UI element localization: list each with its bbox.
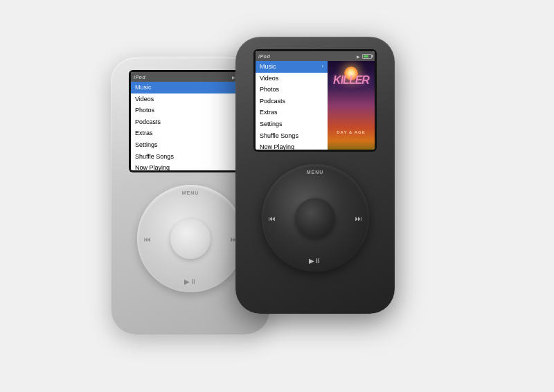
silver-menu-item-extras-label: Extras xyxy=(135,129,153,138)
black-menu-item-extras[interactable]: Extras xyxy=(256,107,328,118)
silver-prev-button[interactable]: ⏮ xyxy=(144,235,151,242)
silver-menu-list: Music › Videos Photos Podcasts Extras xyxy=(131,82,250,170)
silver-menu-item-photos[interactable]: Photos xyxy=(131,105,250,116)
scene: iPod ▶ Music › Videos xyxy=(69,16,485,376)
silver-menu-item-videos[interactable]: Videos xyxy=(131,93,250,105)
black-playpause-button[interactable]: ▶⏸ xyxy=(309,257,321,265)
silver-menu-item-settings[interactable]: Settings xyxy=(131,139,250,151)
album-art-container: KILLER DAY & AGE xyxy=(328,61,375,150)
black-menu-item-photos[interactable]: Photos xyxy=(256,84,328,96)
silver-menu-item-music-label: Music xyxy=(135,83,152,92)
silver-wheel-outer[interactable]: MENU ⏮ ⏭ ▶⏸ xyxy=(137,185,244,292)
silver-menu-item-nowplaying[interactable]: Now Playing xyxy=(131,162,250,170)
black-wheel-area[interactable]: MENU ⏮ ⏭ ▶⏸ xyxy=(262,164,369,271)
black-menu-item-nowplaying-label: Now Playing xyxy=(260,143,294,150)
black-chevron-music: › xyxy=(322,63,323,70)
black-menu-list: Music › Videos Photos Podcasts xyxy=(256,61,328,150)
ipod-black: iPod ▶ Music › xyxy=(235,37,395,314)
album-art-canvas: KILLER DAY & AGE xyxy=(328,61,375,150)
black-battery-icon xyxy=(362,54,372,59)
black-screen-header: iPod ▶ xyxy=(256,51,375,61)
black-menu-item-videos[interactable]: Videos xyxy=(256,73,328,84)
black-prev-button[interactable]: ⏮ xyxy=(269,214,276,222)
black-menu-item-settings[interactable]: Settings xyxy=(256,118,328,130)
black-menu-item-settings-label: Settings xyxy=(260,120,283,129)
black-menu-item-shuffle-label: Shuffle Songs xyxy=(260,132,298,141)
black-header-icons: ▶ xyxy=(357,54,372,59)
silver-wheel-area[interactable]: MENU ⏮ ⏭ ▶⏸ xyxy=(137,185,244,292)
silver-menu-label[interactable]: MENU xyxy=(182,190,199,195)
silver-menu-item-photos-label: Photos xyxy=(135,106,154,115)
silver-ipod-logo: iPod xyxy=(134,75,145,80)
black-wheel-center[interactable] xyxy=(295,198,335,238)
black-screen-main: Music › Videos Photos Podcasts xyxy=(256,61,375,150)
black-ipod-logo: iPod xyxy=(258,54,270,59)
black-battery-fill xyxy=(364,55,368,57)
black-menu-item-extras-label: Extras xyxy=(260,108,278,117)
black-menu-item-music-label: Music xyxy=(260,62,276,71)
silver-menu-item-nowplaying-label: Now Playing xyxy=(135,163,170,170)
silver-screen: iPod ▶ Music › Videos xyxy=(131,72,250,170)
black-screen-bezel: iPod ▶ Music › xyxy=(253,49,377,152)
silver-menu-item-extras[interactable]: Extras xyxy=(131,127,250,139)
album-art-artist: KILLER xyxy=(330,75,372,86)
black-menu-item-videos-label: Videos xyxy=(260,74,278,83)
silver-screen-header: iPod ▶ xyxy=(131,72,250,82)
silver-menu-item-music[interactable]: Music › xyxy=(131,82,250,93)
album-art-title: DAY & AGE xyxy=(328,130,375,134)
black-screen: iPod ▶ Music › xyxy=(256,51,375,150)
silver-menu-item-podcasts[interactable]: Podcasts xyxy=(131,116,250,128)
black-menu-label[interactable]: MENU xyxy=(307,170,324,175)
black-menu-item-podcasts-label: Podcasts xyxy=(260,97,285,106)
black-play-status-icon: ▶ xyxy=(357,54,360,59)
silver-menu-item-shuffle[interactable]: Shuffle Songs xyxy=(131,151,250,163)
silver-menu-item-podcasts-label: Podcasts xyxy=(135,118,161,127)
black-menu-item-podcasts[interactable]: Podcasts xyxy=(256,96,328,107)
black-menu-item-photos-label: Photos xyxy=(260,85,279,94)
black-wheel-outer[interactable]: MENU ⏮ ⏭ ▶⏸ xyxy=(262,164,369,271)
silver-menu-item-videos-label: Videos xyxy=(135,95,154,104)
silver-menu-item-settings-label: Settings xyxy=(135,141,158,150)
black-next-button[interactable]: ⏭ xyxy=(355,214,362,222)
silver-menu-item-shuffle-label: Shuffle Songs xyxy=(135,152,174,161)
silver-wheel-center[interactable] xyxy=(170,219,211,259)
silver-playpause-button[interactable]: ▶⏸ xyxy=(184,278,197,285)
black-menu-item-nowplaying[interactable]: Now Playing xyxy=(256,141,328,150)
black-menu-item-shuffle[interactable]: Shuffle Songs xyxy=(256,130,328,142)
black-menu-item-music[interactable]: Music › xyxy=(256,61,328,73)
silver-screen-bezel: iPod ▶ Music › Videos xyxy=(129,70,252,172)
